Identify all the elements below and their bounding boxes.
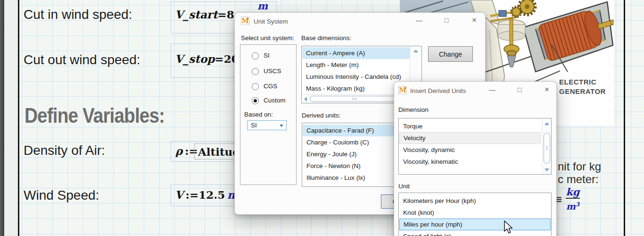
math-variable: V	[175, 188, 183, 201]
mathcad-workspace: Cut in wind speed: Cut out wind speed: D…	[0, 0, 644, 236]
radio-si[interactable]: SI	[252, 52, 294, 60]
fraction-denominator: m3	[566, 201, 579, 211]
dropdown-value: SI	[251, 122, 257, 129]
scroll-up-icon[interactable]	[545, 122, 549, 125]
image-caption: ELECTRIC GENERATOR	[559, 77, 606, 96]
based-on-label: Based on:	[244, 111, 273, 118]
math-unit-numerator: m	[257, 0, 268, 12]
math-operator: =	[218, 8, 227, 21]
radio-uscs[interactable]: USCS	[252, 67, 294, 76]
unit-list: Kilometers per Hour (kph) Knot (knot) Mi…	[398, 193, 552, 236]
note-line: c meter:	[558, 173, 601, 185]
text-region-cut-out: Cut out wind speed:	[24, 52, 140, 67]
math-expression[interactable]: V_start=8	[175, 8, 234, 21]
math-function-name: Altitud	[198, 145, 240, 158]
math-region-unit-definition[interactable]: ≡ kg m3	[553, 187, 580, 211]
radio-circle-icon	[252, 83, 259, 90]
minimize-button[interactable]: —	[413, 16, 425, 26]
text-region-cut-in: Cut in wind speed:	[24, 7, 132, 22]
list-item[interactable]: Viscosity, dynamic	[399, 144, 541, 156]
base-dimensions-label: Base dimensions:	[301, 34, 352, 42]
radio-circle-icon	[252, 52, 259, 59]
unit-fraction: kg m3	[566, 187, 579, 211]
caption-line: GENERATOR	[559, 87, 606, 96]
math-value: 12.5	[198, 188, 225, 201]
mouse-cursor	[504, 220, 514, 235]
note-line: nit for kg	[558, 160, 601, 173]
radio-cgs[interactable]: CGS	[252, 83, 294, 91]
list-item[interactable]: Knot (knot)	[399, 207, 551, 219]
math-variable: V_start	[175, 8, 218, 21]
scroll-left-icon[interactable]	[304, 97, 307, 101]
mathcad-app-icon: M	[398, 86, 407, 94]
list-item[interactable]: Length - Meter (m)	[302, 59, 410, 71]
list-item-selected[interactable]: Current - Ampere (A)	[302, 47, 410, 59]
list-item[interactable]: Torque	[399, 120, 541, 132]
based-on-dropdown[interactable]: SI	[247, 120, 287, 130]
page-border-left	[18, 0, 19, 236]
close-button[interactable]: ×	[541, 84, 553, 95]
radio-label: Custom	[264, 97, 286, 104]
vertical-scrollbar[interactable]	[542, 118, 551, 174]
list-item[interactable]: Viscosity, kinematic	[399, 156, 541, 168]
dialog-title: Unit System	[254, 18, 288, 25]
dimension-label: Dimension	[398, 106, 429, 113]
fraction-numerator: kg	[566, 186, 579, 198]
math-operator: :=	[185, 188, 198, 201]
insert-derived-units-dialog: M Insert Derived Units — □ × Dimension T…	[394, 81, 557, 236]
list-item-selected[interactable]: Miles per hour (mph)	[399, 219, 551, 230]
page-border-right	[624, 0, 625, 236]
radio-circle-icon	[252, 68, 259, 75]
math-variable: ρ	[175, 144, 182, 157]
dialog-title: Insert Derived Units	[410, 87, 466, 94]
section-heading: Define Variables:	[25, 104, 165, 127]
dimension-list: Torque Velocity Viscosity, dynamic Visco…	[398, 118, 552, 175]
radio-label: USCS	[264, 67, 281, 75]
scrollbar-thumb[interactable]	[310, 96, 399, 102]
minimize-button[interactable]: —	[487, 85, 498, 95]
maximize-button[interactable]: □	[441, 16, 452, 26]
fraction-bar	[566, 198, 579, 199]
math-variable: V_stop	[175, 52, 215, 65]
radio-label: SI	[264, 52, 270, 59]
derived-units-label: Derived units:	[302, 112, 341, 119]
math-expression[interactable]: V :=12.5 m	[175, 188, 239, 201]
list-item[interactable]: Speed of light (c)	[399, 230, 551, 236]
caption-line: ELECTRIC	[559, 77, 606, 87]
scroll-up-icon[interactable]	[413, 50, 418, 52]
list-item[interactable]: Luminous Intensity - Candela (cd)	[302, 71, 410, 83]
close-button[interactable]: ×	[469, 15, 480, 25]
scroll-down-icon[interactable]	[545, 169, 549, 171]
maximize-button[interactable]: □	[514, 85, 525, 95]
radio-label: CGS	[264, 83, 277, 90]
radio-circle-icon-selected	[252, 97, 259, 104]
left-dark-strip	[0, 0, 4, 236]
note-text-fragment: nit for kg c meter:	[558, 160, 601, 185]
text-region-density: Density of Air:	[24, 143, 105, 158]
text-region-wind-speed: Wind Speed:	[24, 188, 99, 203]
change-button[interactable]: Change	[428, 46, 473, 62]
radio-custom[interactable]: Custom	[252, 97, 294, 105]
chevron-down-icon	[280, 125, 283, 127]
list-item[interactable]: Kilometers per Hour (kph)	[399, 195, 551, 207]
unit-label: Unit	[398, 183, 410, 190]
math-value: 8	[227, 8, 234, 21]
mathcad-app-icon: M	[241, 17, 249, 25]
math-operator: =	[215, 52, 223, 65]
select-unit-system-label: Select unit system:	[241, 34, 294, 42]
list-item-selected[interactable]: Velocity	[399, 132, 541, 144]
scrollbar-thumb[interactable]	[544, 133, 550, 164]
math-expression[interactable]: V_stop=20	[175, 52, 239, 65]
